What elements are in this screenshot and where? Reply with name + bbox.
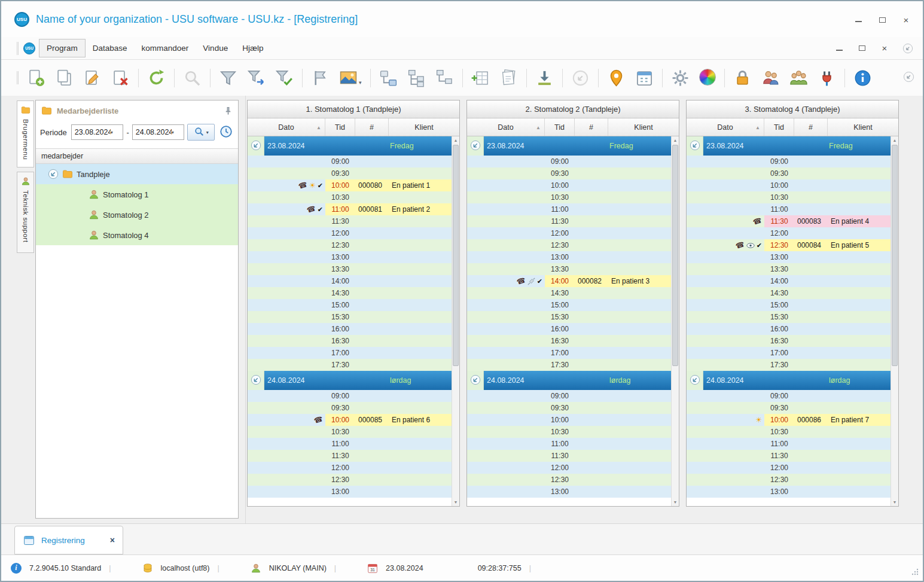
scroll-up-icon[interactable]: ▲: [672, 136, 679, 144]
schedule-slot[interactable]: 12:00: [248, 462, 452, 474]
schedule-slot[interactable]: ☎✔11:00000081En patient 2: [248, 203, 452, 215]
menu-program[interactable]: Program: [39, 39, 86, 57]
tree-expand-button[interactable]: [407, 69, 426, 87]
schedule-slot[interactable]: ☀10:00000086En patient 7: [687, 414, 891, 426]
vertical-scrollbar[interactable]: ▲▼: [452, 136, 459, 506]
schedule-slot[interactable]: 10:30: [687, 191, 891, 203]
column-header-tid[interactable]: Tid: [325, 118, 355, 136]
schedule-slot[interactable]: 12:30: [467, 474, 671, 486]
schedule-slot[interactable]: 11:30: [248, 215, 452, 227]
schedule-slot[interactable]: ☎✔14:00000082En patient 3: [467, 275, 671, 287]
schedule-slot[interactable]: 10:00: [467, 179, 671, 191]
duplicate-record-button[interactable]: [55, 69, 74, 87]
minimize-button[interactable]: [853, 16, 863, 24]
schedule-slot[interactable]: 14:30: [467, 287, 671, 299]
lock-button[interactable]: [733, 69, 752, 87]
scroll-down-icon[interactable]: ▼: [672, 498, 679, 506]
column-header-dato[interactable]: Dato▲: [687, 118, 764, 136]
tree-node-tandpleje[interactable]: Tandpleje: [36, 164, 238, 184]
edit-record-button[interactable]: [83, 69, 102, 87]
schedule-slot[interactable]: 15:30: [467, 311, 671, 323]
schedule-slot[interactable]: 10:30: [687, 426, 891, 438]
flag-button[interactable]: [311, 69, 330, 87]
schedule-slot[interactable]: 13:30: [248, 263, 452, 275]
filter-button[interactable]: [219, 69, 237, 87]
schedule-slot[interactable]: 14:00: [687, 275, 891, 287]
schedule-slot[interactable]: 14:30: [248, 287, 452, 299]
calendar-button[interactable]: [635, 69, 654, 87]
tab-close-icon[interactable]: ×: [110, 535, 115, 545]
import-download-button[interactable]: [535, 69, 554, 87]
user-groups-button[interactable]: [789, 69, 808, 87]
day-expand-button[interactable]: [687, 371, 703, 390]
toolbar-customize-icon[interactable]: [903, 71, 914, 84]
scroll-up-icon[interactable]: ▲: [891, 136, 898, 144]
schedule-slot[interactable]: 12:00: [687, 462, 891, 474]
color-wheel-button[interactable]: [699, 69, 716, 87]
column-header-klient[interactable]: Klient: [389, 118, 459, 136]
pin-icon[interactable]: [224, 106, 233, 115]
schedule-slot[interactable]: 09:00: [248, 156, 452, 167]
search-button[interactable]: ▾: [187, 124, 215, 141]
schedule-slot[interactable]: 15:00: [248, 299, 452, 311]
tree-item-stomatolog-2[interactable]: Stomatolog 2: [36, 205, 238, 225]
schedule-slot[interactable]: 09:00: [467, 156, 671, 167]
column-header-num[interactable]: #: [794, 118, 828, 136]
schedule-slot[interactable]: 11:00: [467, 203, 671, 215]
date-from-input[interactable]: 23.08.2024 ▾: [71, 124, 124, 140]
schedule-slot[interactable]: 13:00: [687, 251, 891, 263]
user-permissions-button[interactable]: [761, 69, 780, 87]
schedule-slot[interactable]: 12:30: [248, 474, 452, 486]
schedule-slot[interactable]: 13:30: [467, 263, 671, 275]
vertical-scrollbar[interactable]: ▲▼: [891, 136, 898, 506]
menu-customize-icon[interactable]: [902, 43, 913, 54]
side-tab-brugermenu[interactable]: Brugermenu: [17, 100, 34, 167]
schedule-slot[interactable]: 10:30: [467, 191, 671, 203]
schedule-slot[interactable]: 09:30: [467, 402, 671, 414]
schedule-slot[interactable]: 11:00: [467, 438, 671, 450]
schedule-slot[interactable]: 17:00: [467, 347, 671, 359]
report-copies-button[interactable]: [499, 69, 518, 87]
schedule-slot[interactable]: 14:00: [248, 275, 452, 287]
mdi-minimize-button[interactable]: [834, 44, 844, 53]
scrollbar-thumb[interactable]: [453, 145, 459, 366]
tree-item-stomatolog-4[interactable]: Stomatolog 4: [36, 225, 238, 245]
schedule-slot[interactable]: 09:30: [248, 167, 452, 179]
schedule-slot[interactable]: 09:00: [687, 156, 891, 167]
schedule-slot[interactable]: 13:00: [687, 486, 891, 498]
new-record-button[interactable]: [27, 69, 45, 87]
day-expand-button[interactable]: [687, 136, 703, 156]
schedule-slot[interactable]: 09:00: [467, 390, 671, 402]
date-to-input[interactable]: 24.08.2024 ▾: [132, 124, 185, 140]
day-expand-button[interactable]: [248, 371, 264, 390]
schedule-slot[interactable]: 11:30: [687, 450, 891, 462]
filter-apply-button[interactable]: [275, 69, 294, 87]
delete-record-button[interactable]: [111, 69, 130, 87]
schedule-slot[interactable]: 15:30: [687, 311, 891, 323]
mdi-close-button[interactable]: ×: [880, 44, 889, 53]
column-header-klient[interactable]: Klient: [608, 118, 679, 136]
tab-registrering[interactable]: Registrering ×: [14, 526, 123, 554]
column-header-num[interactable]: #: [355, 118, 389, 136]
column-header-klient[interactable]: Klient: [828, 118, 898, 136]
schedule-slot[interactable]: 10:30: [467, 426, 671, 438]
schedule-slot[interactable]: ☎☀✔10:00000080En patient 1: [248, 179, 452, 191]
menu-kommandoer[interactable]: kommandoer: [135, 39, 196, 57]
column-header-dato[interactable]: Dato▲: [467, 118, 545, 136]
schedule-slot[interactable]: 09:00: [687, 390, 891, 402]
column-header-tid[interactable]: Tid: [545, 118, 575, 136]
scrollbar-thumb[interactable]: [892, 145, 898, 366]
day-expand-button[interactable]: [248, 136, 264, 156]
resize-grip[interactable]: [911, 568, 919, 578]
scroll-down-icon[interactable]: ▼: [891, 498, 898, 506]
menu-hjaelp[interactable]: Hjælp: [235, 39, 270, 57]
schedule-slot[interactable]: 11:30: [467, 450, 671, 462]
schedule-slot[interactable]: 17:30: [248, 359, 452, 371]
column-header-tid[interactable]: Tid: [764, 118, 794, 136]
mdi-restore-button[interactable]: [857, 44, 867, 53]
schedule-slot[interactable]: 16:00: [467, 323, 671, 335]
schedule-slot[interactable]: 15:30: [248, 311, 452, 323]
menu-vindue[interactable]: Vindue: [196, 39, 235, 57]
schedule-slot[interactable]: 13:00: [248, 486, 452, 498]
schedule-slot[interactable]: 11:30: [467, 215, 671, 227]
